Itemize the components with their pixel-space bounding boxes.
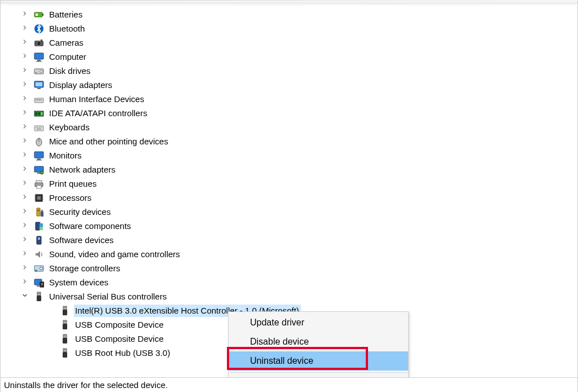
- tree-node-label: Bluetooth: [48, 23, 86, 35]
- status-text: Uninstalls the driver for the selected d…: [4, 380, 168, 390]
- chevron-right-icon[interactable]: [22, 95, 30, 103]
- tree-node-label: Software devices: [48, 234, 115, 246]
- status-bar: Uninstalls the driver for the selected d…: [1, 377, 577, 392]
- chevron-right-icon[interactable]: [22, 279, 30, 287]
- tree-node-label: Display adapters: [48, 79, 114, 91]
- tree-node-label: Universal Serial Bus controllers: [48, 290, 168, 303]
- tree-node-label: System devices: [48, 276, 110, 289]
- tree-node[interactable]: Batteries: [6, 7, 576, 21]
- tree-node-label: Security devices: [48, 206, 112, 218]
- chevron-right-icon[interactable]: [22, 138, 30, 146]
- system-icon: [33, 277, 45, 288]
- tree-node[interactable]: Software components: [6, 219, 576, 233]
- tree-node[interactable]: System devices: [6, 275, 576, 289]
- monitor-icon: [33, 51, 45, 63]
- hid-icon: [33, 94, 45, 105]
- chevron-right-icon[interactable]: [22, 39, 30, 47]
- display-icon: [33, 80, 45, 91]
- cpu-icon: [33, 192, 45, 204]
- mouse-icon: [33, 136, 45, 147]
- tree-node[interactable]: IDE ATA/ATAPI controllers: [6, 106, 576, 120]
- tree-node[interactable]: Monitors: [6, 148, 576, 162]
- chevron-right-icon[interactable]: [22, 208, 30, 216]
- tree-node[interactable]: Universal Serial Bus controllers: [6, 289, 576, 303]
- menu-item[interactable]: Disable device: [229, 332, 408, 351]
- chevron-right-icon[interactable]: [22, 236, 30, 244]
- tree-node[interactable]: Human Interface Devices: [6, 92, 576, 106]
- network-icon: [33, 164, 45, 175]
- swdev-icon: [33, 235, 45, 246]
- sound-icon: [33, 249, 45, 260]
- tree-node[interactable]: Mice and other pointing devices: [6, 134, 576, 148]
- tree-node-label: Network adapters: [48, 164, 117, 176]
- chevron-right-icon[interactable]: [22, 166, 30, 174]
- expander-spacer: [48, 335, 56, 343]
- menu-separator: [229, 372, 408, 373]
- chevron-right-icon[interactable]: [22, 53, 30, 61]
- tree-node-label: Software components: [48, 220, 133, 232]
- chevron-down-icon[interactable]: [22, 293, 30, 301]
- tree-node-label: Human Interface Devices: [48, 93, 146, 105]
- chevron-right-icon[interactable]: [22, 25, 30, 33]
- tree-node[interactable]: Display adapters: [6, 78, 576, 92]
- tree-node-label: Processors: [48, 192, 93, 204]
- printer-icon: [33, 178, 45, 190]
- security-icon: [33, 206, 45, 218]
- tree-node[interactable]: Print queues: [6, 177, 576, 191]
- tree-node[interactable]: Sound, video and game controllers: [6, 247, 576, 261]
- chevron-right-icon[interactable]: [22, 67, 30, 75]
- tree-node[interactable]: Storage controllers: [6, 261, 576, 275]
- menu-item[interactable]: Uninstall device: [229, 351, 408, 371]
- tree-node[interactable]: Processors: [6, 191, 576, 205]
- tree-node-label: IDE ATA/ATAPI controllers: [48, 107, 149, 120]
- usb-icon: [59, 333, 71, 345]
- tree-node[interactable]: Software devices: [6, 233, 576, 247]
- expander-spacer: [48, 349, 56, 357]
- device-manager-window: BatteriesBluetoothCamerasComputerDisk dr…: [0, 0, 578, 392]
- usb-icon: [59, 347, 71, 359]
- disk-icon: [33, 65, 45, 77]
- menu-item[interactable]: Update driver: [229, 313, 408, 332]
- chevron-right-icon[interactable]: [22, 194, 30, 202]
- tree-node-label: Cameras: [48, 37, 85, 49]
- tree-node[interactable]: Keyboards: [6, 120, 576, 134]
- tree-node-label: Mice and other pointing devices: [48, 135, 170, 148]
- chevron-right-icon[interactable]: [22, 109, 30, 117]
- expander-spacer: [48, 307, 56, 315]
- tree-node[interactable]: Cameras: [6, 36, 576, 50]
- menu-item-label: Uninstall device: [250, 356, 313, 366]
- chevron-right-icon[interactable]: [22, 81, 30, 89]
- tree-node[interactable]: Security devices: [6, 205, 576, 219]
- tree-node[interactable]: Disk drives: [6, 64, 576, 78]
- keyboard-icon: [33, 122, 45, 133]
- tree-node-label: Computer: [48, 51, 88, 63]
- chevron-right-icon[interactable]: [22, 124, 30, 131]
- tree-node-label: USB Composite Device: [74, 333, 165, 345]
- tree-node[interactable]: Computer: [6, 50, 576, 64]
- expander-spacer: [48, 321, 56, 329]
- battery-icon: [33, 9, 45, 20]
- chevron-right-icon[interactable]: [22, 250, 30, 258]
- tree-node-label: Print queues: [48, 178, 98, 190]
- usb-icon: [59, 319, 71, 331]
- tree-node[interactable]: Network adapters: [6, 162, 576, 177]
- tree-node-label: USB Root Hub (USB 3.0): [74, 347, 172, 359]
- chevron-right-icon[interactable]: [22, 152, 30, 160]
- menu-item-label: Disable device: [250, 337, 309, 347]
- tree-node[interactable]: Bluetooth: [6, 21, 576, 36]
- toolbar-border: [1, 0, 577, 3]
- storage-icon: [33, 263, 45, 274]
- tree-node-label: Disk drives: [48, 65, 92, 77]
- tree-node-label: USB Composite Device: [74, 319, 165, 331]
- chevron-right-icon[interactable]: [22, 180, 30, 188]
- menu-item-label: Update driver: [250, 318, 304, 328]
- swcomp-icon: [33, 221, 45, 232]
- chevron-right-icon[interactable]: [22, 222, 30, 230]
- camera-icon: [33, 37, 45, 49]
- bluetooth-icon: [33, 23, 45, 34]
- chevron-right-icon[interactable]: [22, 265, 30, 272]
- ide-icon: [33, 108, 45, 119]
- monitor-icon: [33, 150, 45, 161]
- chevron-right-icon[interactable]: [22, 11, 30, 19]
- usb-icon: [33, 291, 45, 302]
